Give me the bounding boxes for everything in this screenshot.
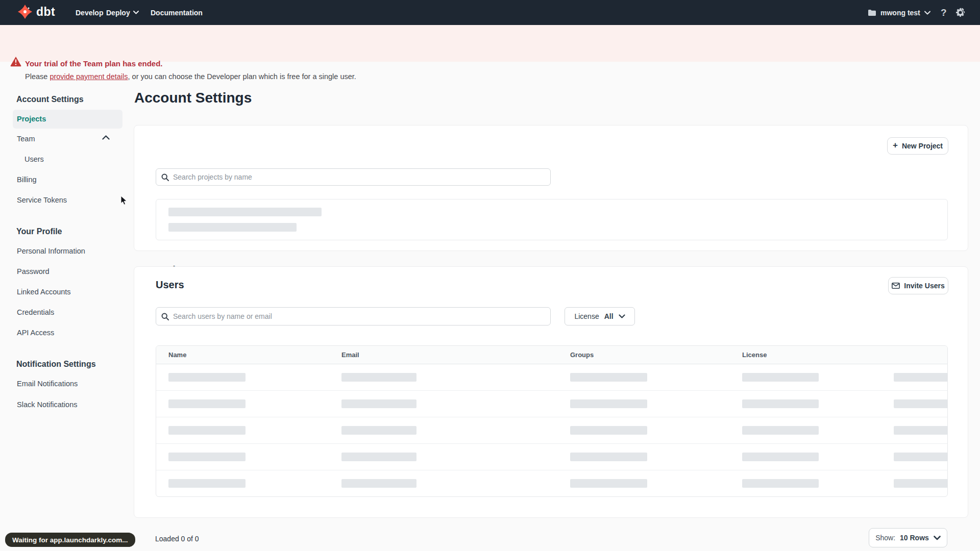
sidebar-heading-notification-settings: Notification Settings (16, 359, 118, 369)
sidebar-item-password[interactable]: Password (17, 266, 114, 277)
users-heading: Users (156, 279, 184, 291)
dbt-logo-text: dbt (36, 5, 55, 19)
sidebar-item-service-tokens[interactable]: Service Tokens (17, 195, 114, 205)
banner-title: Your trial of the Team plan has ended. (25, 59, 163, 68)
table-row-skeleton (156, 444, 947, 470)
sidebar-item-linked-accounts[interactable]: Linked Accounts (17, 287, 114, 297)
help-icon[interactable]: ? (941, 0, 947, 25)
show-rows-label: Show: (875, 534, 895, 542)
table-row-skeleton (156, 391, 947, 417)
nav-link-documentation[interactable]: Documentation (151, 0, 203, 25)
top-nav: dbt Develop Deploy Documentation mwong t… (0, 0, 980, 25)
gear-icon[interactable] (955, 0, 965, 25)
nav-link-develop[interactable]: Develop (76, 0, 103, 25)
skeleton-bar (168, 208, 322, 216)
dbt-logo-icon (17, 4, 33, 19)
license-filter-dropdown[interactable]: License All (565, 307, 635, 325)
table-row-skeleton (156, 470, 947, 497)
banner-body: Please provide payment details, or you c… (25, 72, 356, 81)
sidebar-item-personal-information[interactable]: Personal Information (17, 246, 114, 256)
account-switcher[interactable]: mwong test (868, 0, 930, 25)
nav-link-deploy[interactable]: Deploy (106, 0, 139, 25)
column-header-groups: Groups (570, 351, 594, 359)
sidebar-item-team[interactable]: Team (17, 134, 114, 144)
search-icon (161, 313, 169, 320)
users-table: Name Email Groups License (156, 345, 948, 497)
new-project-button[interactable]: + New Project (887, 137, 948, 155)
search-icon (161, 173, 169, 181)
projects-search (156, 168, 551, 186)
column-header-name: Name (168, 351, 186, 359)
sidebar-item-slack-notifications[interactable]: Slack Notifications (17, 399, 114, 410)
column-header-license: License (742, 351, 767, 359)
users-search (156, 307, 551, 325)
dbt-logo[interactable]: dbt (17, 4, 55, 19)
sidebar-item-api-access[interactable]: API Access (17, 328, 114, 338)
browser-status-bubble: Waiting for app.launchdarkly.com... (5, 533, 135, 547)
trial-ended-banner: Your trial of the Team plan has ended. P… (0, 25, 980, 62)
users-card: Users Invite Users License All Name Emai… (134, 266, 968, 518)
sidebar-item-users[interactable]: Users (24, 154, 121, 164)
projects-loading-skeleton (156, 199, 948, 240)
chevron-down-icon (619, 314, 625, 318)
sidebar-item-credentials[interactable]: Credentials (17, 307, 114, 317)
chevron-down-icon (133, 11, 139, 14)
license-filter-value: All (604, 312, 614, 320)
sidebar-item-billing[interactable]: Billing (17, 174, 114, 185)
envelope-icon (892, 283, 900, 289)
chevron-down-icon (924, 11, 930, 15)
loaded-count: Loaded 0 of 0 (155, 535, 199, 543)
users-search-input[interactable] (173, 312, 545, 320)
projects-card: Projects + New Project (134, 125, 968, 251)
show-rows-dropdown[interactable]: Show: 10 Rows (869, 528, 947, 547)
sidebar-item-projects-label[interactable]: Projects (17, 114, 114, 124)
table-row-skeleton (156, 364, 947, 391)
folder-icon (868, 9, 876, 16)
chevron-up-icon[interactable] (102, 135, 111, 140)
mouse-cursor (120, 195, 128, 206)
table-row-skeleton (156, 417, 947, 444)
invite-users-button[interactable]: Invite Users (888, 277, 948, 294)
skeleton-bar (168, 223, 297, 232)
license-filter-label: License (574, 312, 599, 320)
column-header-email: Email (341, 351, 359, 359)
sidebar-item-email-notifications[interactable]: Email Notifications (17, 379, 114, 389)
page-title: Account Settings (134, 90, 252, 106)
sidebar-heading-your-profile: Your Profile (16, 227, 118, 237)
dbt-cloud-app: dbt Develop Deploy Documentation mwong t… (0, 0, 980, 551)
users-table-header: Name Email Groups License (156, 346, 947, 364)
provide-payment-details-link[interactable]: provide payment details (50, 72, 128, 81)
chevron-down-icon (934, 536, 941, 540)
plus-icon: + (893, 140, 898, 151)
projects-search-input[interactable] (173, 173, 545, 181)
sidebar-heading-account-settings: Account Settings (16, 94, 118, 105)
warning-icon (10, 57, 21, 67)
show-rows-value: 10 Rows (900, 534, 929, 542)
account-name: mwong test (880, 9, 920, 17)
